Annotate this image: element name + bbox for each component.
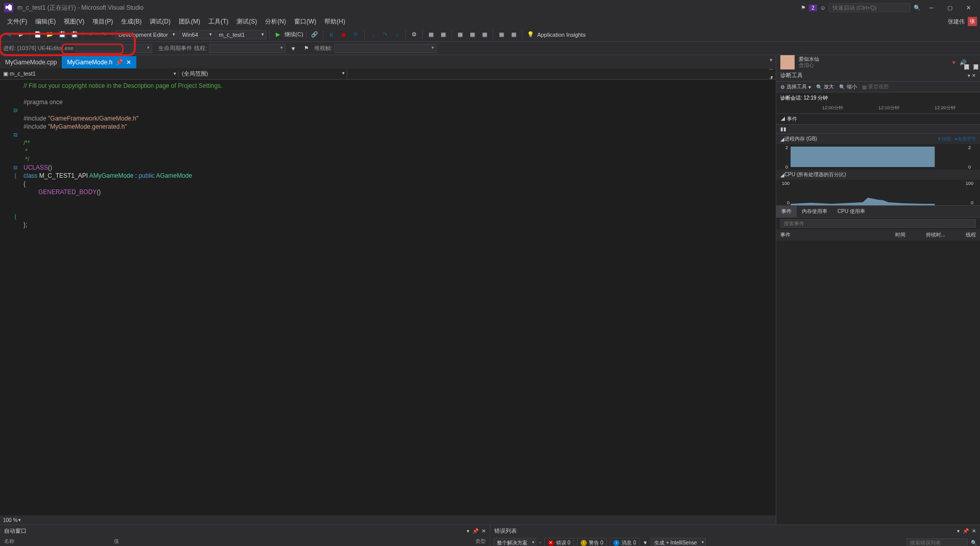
zoom-level[interactable]: 100 % bbox=[3, 517, 17, 523]
thread-combo[interactable] bbox=[209, 44, 285, 53]
user-name-label[interactable]: 张建伟 bbox=[948, 18, 965, 26]
messages-pill[interactable]: i消息 0 bbox=[610, 538, 639, 547]
pin-icon[interactable]: 📌 bbox=[115, 59, 123, 66]
save-button[interactable]: 💾 bbox=[57, 29, 68, 40]
menu-window[interactable]: 窗口(W) bbox=[290, 16, 320, 28]
config-dropdown[interactable]: Development Editor bbox=[115, 30, 178, 39]
events-markers[interactable]: ▮▮ bbox=[776, 125, 980, 134]
menu-edit[interactable]: 编辑(E) bbox=[31, 16, 60, 28]
memory-chart[interactable]: 2 0 2 0 bbox=[780, 144, 976, 170]
menu-test[interactable]: 测试(S) bbox=[232, 16, 261, 28]
errors-pill[interactable]: ✕错误 0 bbox=[544, 538, 574, 547]
open-button[interactable]: 📂 bbox=[44, 29, 56, 40]
tab-close-icon[interactable]: ✕ bbox=[126, 59, 131, 66]
nav-back-button[interactable]: ◀ bbox=[3, 29, 14, 40]
scope-combo[interactable]: ▣ m_c_test1 bbox=[0, 69, 179, 78]
zoom-in-tool[interactable]: 🔍 放大 bbox=[816, 83, 834, 90]
scope-combo[interactable]: 整个解决方案 bbox=[493, 538, 536, 547]
code-content[interactable]: // Fill out your copyright notice in the… bbox=[20, 80, 776, 515]
error-search-icon[interactable]: 🔍 bbox=[971, 540, 977, 545]
insights-icon[interactable]: 💡 bbox=[525, 29, 536, 40]
flag-filter-icon[interactable]: ⚑ bbox=[301, 43, 312, 54]
search-icon[interactable]: 🔍 bbox=[914, 5, 921, 11]
startup-project-dropdown[interactable]: m_c_test1 bbox=[216, 30, 267, 39]
autos-pin-icon[interactable]: 📌 bbox=[472, 528, 479, 534]
reset-view-tool[interactable]: ▦ 重置视图 bbox=[862, 83, 889, 90]
timeline[interactable]: 12:00分钟 12:10分钟 12:20分钟 bbox=[776, 104, 980, 114]
stackframe-combo[interactable] bbox=[334, 44, 437, 53]
browser-link-button[interactable]: 🔗 bbox=[309, 29, 320, 40]
tool-5[interactable]: ▦ bbox=[467, 29, 478, 40]
source-combo[interactable]: 生成 + IntelliSense bbox=[651, 538, 705, 547]
nav-forward-button[interactable]: ▶ bbox=[15, 29, 27, 40]
tool-6[interactable]: ▦ bbox=[479, 29, 490, 40]
diag-event-list[interactable] bbox=[776, 241, 980, 525]
close-button[interactable]: ✕ bbox=[961, 2, 976, 14]
continue-label[interactable]: 继续(C) bbox=[284, 31, 303, 38]
autos-close-icon[interactable]: ✕ bbox=[482, 528, 486, 534]
process-combo[interactable] bbox=[76, 44, 152, 53]
quick-launch-input[interactable] bbox=[829, 3, 911, 12]
editor-dropdown-icon[interactable]: ▾ bbox=[767, 55, 776, 64]
continue-button[interactable]: ▶ bbox=[272, 29, 283, 40]
errlist-dropdown-icon[interactable]: ▾ bbox=[957, 528, 960, 534]
tool-2[interactable]: ▦ bbox=[425, 29, 437, 40]
maximize-button[interactable]: ▢ bbox=[942, 2, 958, 14]
menu-file[interactable]: 文件(F) bbox=[3, 16, 31, 28]
heart-icon[interactable]: ♥ bbox=[952, 59, 955, 66]
restart-button[interactable]: ⟳ bbox=[350, 29, 362, 40]
tool-8[interactable]: ▦ bbox=[508, 29, 519, 40]
new-project-button[interactable]: 📄 bbox=[32, 29, 43, 40]
feedback-icon[interactable]: ☺ bbox=[820, 5, 826, 11]
tool-7[interactable]: ▦ bbox=[496, 29, 507, 40]
menu-analyze[interactable]: 分析(N) bbox=[261, 16, 290, 28]
code-editor[interactable]: ⊟⊟⊟⌊⌊ // Fill out your copyright notice … bbox=[0, 80, 776, 515]
diag-tab-memory[interactable]: 内存使用率 bbox=[797, 206, 832, 217]
menu-team[interactable]: 团队(M) bbox=[175, 16, 204, 28]
user-avatar-icon[interactable]: 张 bbox=[968, 17, 977, 26]
tool-1[interactable]: ⚙ bbox=[409, 29, 420, 40]
errlist-pin-icon[interactable]: 📌 bbox=[963, 528, 969, 534]
menu-debug[interactable]: 调试(D) bbox=[146, 16, 175, 28]
error-search-input[interactable] bbox=[906, 538, 968, 546]
zoom-out-tool[interactable]: 🔍 缩小 bbox=[839, 83, 857, 90]
diag-tab-events[interactable]: 事件 bbox=[776, 206, 797, 217]
step-out-button[interactable]: ↑ bbox=[392, 29, 403, 40]
undo-button[interactable]: ↶ bbox=[86, 29, 97, 40]
editor-split-icon[interactable]: ↔ bbox=[767, 64, 776, 74]
redo-button[interactable]: ↷ bbox=[98, 29, 109, 40]
side-tab-server-explorer[interactable]: 对服资源管理器 bbox=[971, 56, 980, 65]
filter-icon[interactable]: ▼ bbox=[643, 540, 648, 545]
pause-button[interactable]: ⏸ bbox=[326, 29, 337, 40]
user-photo[interactable] bbox=[780, 55, 795, 69]
tab-h[interactable]: MyGameMode.h📌✕ bbox=[62, 56, 136, 68]
cpu-chart[interactable]: 100 0 100 0 bbox=[780, 180, 976, 205]
minimize-button[interactable]: ─ bbox=[924, 2, 939, 14]
tool-3[interactable]: ▦ bbox=[438, 29, 449, 40]
side-tab-team-explorer[interactable]: 团队资源管理器 bbox=[962, 56, 971, 65]
menu-tools[interactable]: 工具(T) bbox=[204, 16, 232, 28]
diag-search-input[interactable] bbox=[780, 219, 976, 228]
menu-project[interactable]: 项目(P) bbox=[88, 16, 117, 28]
insights-label[interactable]: Application Insights bbox=[537, 32, 586, 38]
select-tool[interactable]: ⚙ 选择工具 ▾ bbox=[780, 83, 811, 90]
menu-help[interactable]: 帮助(H) bbox=[320, 16, 349, 28]
errlist-close-icon[interactable]: ✕ bbox=[972, 528, 976, 534]
filter-icon[interactable]: ▼ bbox=[288, 43, 299, 54]
diag-tab-cpu[interactable]: CPU 使用率 bbox=[832, 206, 870, 217]
tool-4[interactable]: ▦ bbox=[455, 29, 466, 40]
tab-cpp[interactable]: MyGameMode.cpp bbox=[0, 56, 62, 68]
member-combo-2[interactable] bbox=[347, 73, 776, 75]
step-over-button[interactable]: ↷ bbox=[379, 29, 391, 40]
autos-dropdown-icon[interactable]: ▾ bbox=[467, 528, 469, 534]
warnings-pill[interactable]: !警告 0 bbox=[577, 538, 607, 547]
step-into-button[interactable]: ↓ bbox=[367, 29, 378, 40]
notification-count[interactable]: 2 bbox=[809, 5, 817, 11]
notification-flag-icon[interactable]: ⚑ bbox=[801, 5, 806, 11]
save-all-button[interactable]: 💾 bbox=[69, 29, 80, 40]
platform-dropdown[interactable]: Win64 bbox=[179, 30, 214, 39]
menu-build[interactable]: 生成(B) bbox=[117, 16, 146, 28]
member-combo[interactable]: (全局范围) bbox=[179, 69, 347, 79]
menu-view[interactable]: 视图(V) bbox=[60, 16, 88, 28]
stop-button[interactable]: ⏹ bbox=[338, 29, 349, 40]
